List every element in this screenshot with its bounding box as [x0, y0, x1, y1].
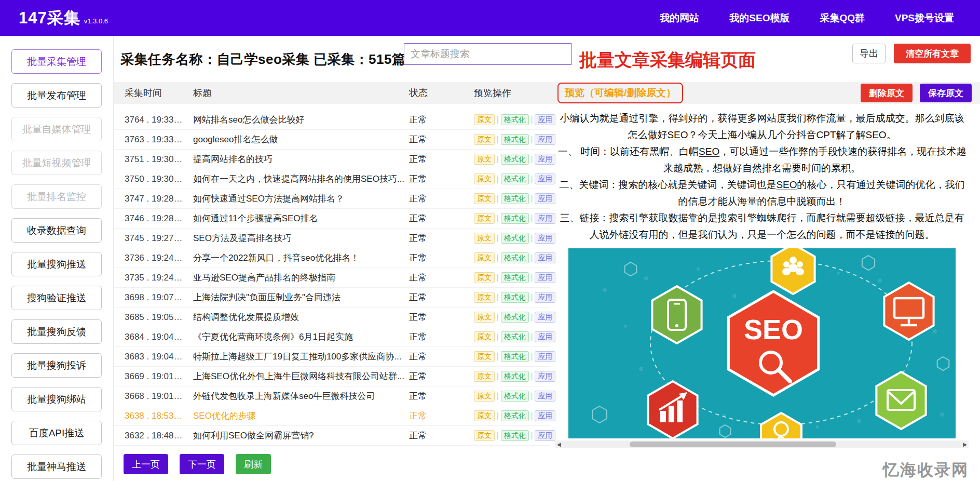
- format-link[interactable]: 格式化: [501, 213, 529, 224]
- format-link[interactable]: 格式化: [501, 391, 529, 402]
- original-link[interactable]: 原文: [474, 154, 495, 165]
- original-link[interactable]: 原文: [474, 312, 495, 323]
- save-original-button[interactable]: 保存原文: [920, 84, 972, 102]
- chip-separator: |: [497, 253, 499, 262]
- sidebar-item[interactable]: 批量搜狗反馈: [11, 319, 102, 344]
- row-title[interactable]: SEO优化的步骤: [183, 410, 405, 422]
- sidebar-item[interactable]: 批量采集管理: [11, 49, 102, 74]
- sidebar-item[interactable]: 批量发布管理: [11, 83, 102, 108]
- original-link[interactable]: 原文: [474, 351, 495, 362]
- row-status: 正常: [405, 212, 463, 224]
- nav-item[interactable]: 采集QQ群: [820, 11, 865, 25]
- sidebar-item[interactable]: 搜狗验证推送: [11, 286, 102, 310]
- nav-item[interactable]: VPS拨号设置: [895, 11, 954, 25]
- row-title[interactable]: 亚马逊SEO提高产品排名的终极指南: [183, 272, 405, 284]
- table-row: 3684 . 19:04:...《宁夏优化营商环境条例》6月1日起实施正常原文|…: [114, 327, 550, 347]
- sidebar-item[interactable]: 百度API推送: [11, 421, 102, 445]
- nav-item[interactable]: 我的SEO模版: [729, 11, 790, 25]
- sidebar-item[interactable]: 收录数据查询: [11, 218, 102, 243]
- format-link[interactable]: 格式化: [501, 312, 529, 323]
- format-link[interactable]: 格式化: [501, 252, 529, 263]
- row-title[interactable]: 分享一个2022新风口，抖音seo优化排名！: [183, 252, 405, 264]
- row-title[interactable]: 结构调整优化发展提质增效: [183, 311, 405, 323]
- row-title[interactable]: 提高网站排名的技巧: [183, 153, 405, 165]
- chip-separator: |: [531, 273, 533, 282]
- row-status: 正常: [405, 133, 463, 145]
- row-title[interactable]: 如何在一天之内，快速提高网站排名的使用SEO技巧...: [183, 173, 405, 185]
- scroll-left-arrow[interactable]: ◀: [557, 440, 561, 448]
- chip-separator: |: [497, 234, 499, 242]
- original-link[interactable]: 原文: [474, 193, 495, 204]
- row-title[interactable]: 如何通过11个步骤提高SEO排名: [183, 212, 405, 224]
- original-link[interactable]: 原文: [474, 430, 495, 441]
- export-button[interactable]: 导出: [852, 44, 886, 63]
- row-title[interactable]: 如何快速通过SEO方法提高网站排名？: [183, 193, 405, 205]
- sidebar-item[interactable]: 批量神马推送: [11, 455, 102, 479]
- format-link[interactable]: 格式化: [501, 114, 529, 125]
- format-link[interactable]: 格式化: [501, 272, 529, 283]
- row-title[interactable]: 特斯拉上海超级工厂19日复工推动100多家供应商协...: [183, 351, 405, 363]
- row-title[interactable]: googleseo排名怎么做: [183, 133, 405, 145]
- column-header: 标题: [183, 87, 405, 99]
- original-link[interactable]: 原文: [474, 213, 495, 224]
- chip-separator: |: [497, 155, 499, 163]
- preview-text[interactable]: 小编认为就是通过引擎，得到好的，获得更多网站度我们称作流量，最后成成交。那么到底…: [555, 110, 969, 243]
- scrollbar-thumb[interactable]: [630, 442, 836, 447]
- format-link[interactable]: 格式化: [501, 331, 529, 342]
- format-link[interactable]: 格式化: [501, 351, 529, 362]
- header-nav: 我的网站我的SEO模版采集QQ群VPS拨号设置: [660, 11, 954, 25]
- sidebar: 批量采集管理批量发布管理批量自媒体管理批量短视频管理批量排名监控收录数据查询批量…: [0, 36, 114, 481]
- next-page-button[interactable]: 下一页: [180, 454, 224, 474]
- original-link[interactable]: 原文: [474, 252, 495, 263]
- nav-item[interactable]: 我的网站: [660, 11, 699, 25]
- format-link[interactable]: 格式化: [501, 173, 529, 184]
- format-link[interactable]: 格式化: [501, 154, 529, 165]
- sidebar-item: 批量排名监控: [11, 184, 102, 209]
- original-link[interactable]: 原文: [474, 331, 495, 342]
- original-link[interactable]: 原文: [474, 391, 495, 402]
- original-link[interactable]: 原文: [474, 233, 495, 244]
- sidebar-item[interactable]: 批量搜狗投诉: [11, 353, 102, 378]
- article-table-column: 3764 . 19:33:...网站排名seo怎么做会比较好正常原文|格式化|应…: [114, 104, 550, 474]
- row-title[interactable]: 网站排名seo怎么做会比较好: [183, 114, 405, 126]
- format-link[interactable]: 格式化: [501, 233, 529, 244]
- prev-page-button[interactable]: 上一页: [124, 454, 168, 474]
- row-title[interactable]: 外链代发包收录上海新媒体seo牛巨微科技公司: [183, 390, 405, 402]
- format-link[interactable]: 格式化: [501, 292, 529, 303]
- horizontal-scrollbar[interactable]: ◀ ▶: [555, 440, 969, 448]
- row-time: 3683 . 19:04:...: [114, 352, 183, 362]
- format-link[interactable]: 格式化: [501, 134, 529, 145]
- row-title[interactable]: 如何利用SEO做全网霸屏营销?: [183, 430, 405, 442]
- original-link[interactable]: 原文: [474, 410, 495, 421]
- format-link[interactable]: 格式化: [501, 193, 529, 204]
- search-input[interactable]: [404, 43, 572, 65]
- chip-separator: |: [497, 411, 499, 420]
- format-link[interactable]: 格式化: [501, 430, 529, 441]
- original-link[interactable]: 原文: [474, 292, 495, 303]
- clear-all-articles-button[interactable]: 清空所有文章: [894, 44, 971, 63]
- format-link[interactable]: 格式化: [501, 371, 529, 382]
- sidebar-item[interactable]: 批量搜狗绑站: [11, 387, 102, 411]
- original-link[interactable]: 原文: [474, 371, 495, 382]
- original-link[interactable]: 原文: [474, 272, 495, 283]
- row-status: 正常: [405, 232, 463, 244]
- original-link[interactable]: 原文: [474, 173, 495, 184]
- table-row: 3751 . 19:30:...提高网站排名的技巧正常原文|格式化|应用: [114, 150, 550, 169]
- chip-separator: |: [531, 431, 533, 439]
- original-link[interactable]: 原文: [474, 114, 495, 125]
- sidebar-item[interactable]: 批量搜狗推送: [11, 252, 102, 276]
- original-link[interactable]: 原文: [474, 134, 495, 145]
- refresh-button[interactable]: 刷新: [236, 454, 271, 474]
- row-title[interactable]: 《宁夏优化营商环境条例》6月1日起实施: [183, 331, 405, 343]
- row-time: 3736 . 19:24:...: [114, 253, 183, 263]
- table-row: 3638 . 18:53:...SEO优化的步骤正常原文|格式化|应用: [114, 406, 550, 426]
- delete-original-button[interactable]: 删除原文: [861, 84, 913, 102]
- format-link[interactable]: 格式化: [501, 410, 529, 421]
- row-status: 正常: [405, 114, 463, 126]
- row-title[interactable]: 上海SEO优化外包上海牛巨微网络科技有限公司站群...: [183, 370, 405, 382]
- row-title[interactable]: SEO方法及提高排名技巧: [183, 232, 405, 244]
- scroll-right-arrow[interactable]: ▶: [963, 440, 967, 448]
- row-title[interactable]: 上海法院判决"负面压制业务"合同违法: [183, 291, 405, 303]
- table-row: 3764 . 19:33:...网站排名seo怎么做会比较好正常原文|格式化|应…: [114, 110, 550, 130]
- table-row: 3698 . 19:07:...上海法院判决"负面压制业务"合同违法正常原文|格…: [114, 288, 550, 308]
